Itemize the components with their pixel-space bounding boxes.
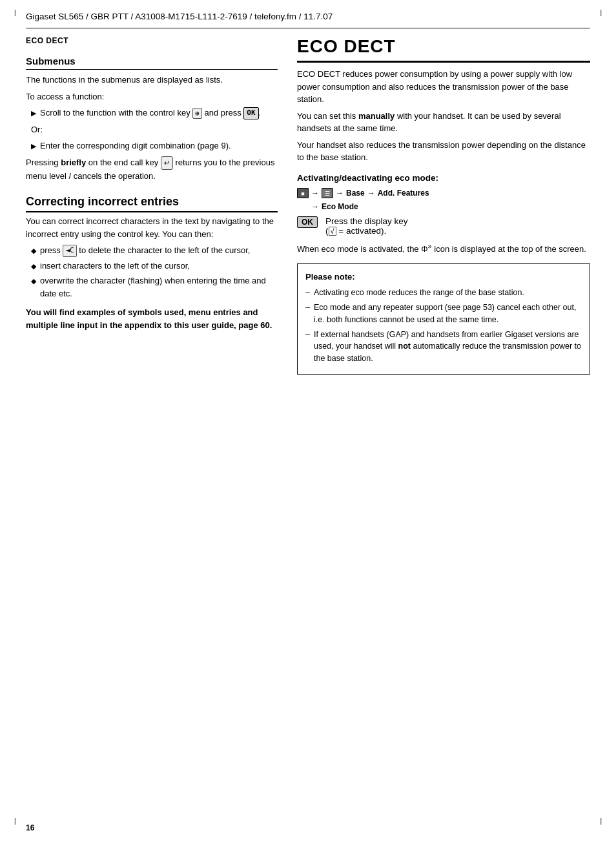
note-item-2: – Eco mode and any repeater support (see… [305, 302, 582, 326]
ic-key-badge: ◄C [63, 245, 76, 257]
bullet2-text: insert characters to the left of the cur… [40, 260, 190, 273]
left-column: ECO DECT Submenus The functions in the s… [26, 28, 278, 375]
bullet3-text: overwrite the character (flashing) when … [40, 274, 278, 300]
press-briefly-text: Pressing briefly on the end call key ↵ r… [26, 156, 278, 182]
menu-icon-box: ■ [297, 188, 309, 198]
note-text-1: Activating eco mode reduces the range of… [314, 287, 524, 299]
diamond-bullet-1: ◆ [31, 245, 36, 256]
note-text-2: Eco mode and any repeater support (see p… [314, 302, 582, 326]
eco-para3: Your handset also reduces the transmissi… [297, 139, 590, 164]
arrow-bullet-2: ▶ [31, 141, 36, 152]
diamond-item-1: ◆ press ◄C to delete the character to th… [31, 244, 278, 257]
end-call-key: ↵ [161, 156, 173, 170]
ok-key-large: OK [297, 216, 318, 228]
not-bold: not [398, 342, 411, 351]
diamond-item-2: ◆ insert characters to the left of the c… [31, 260, 278, 273]
eco-para2-start: You can set this [297, 111, 358, 121]
page-number: 16 [26, 823, 34, 832]
briefly-bold: briefly [61, 158, 86, 167]
arrow1-content: Scroll to the function with the control … [40, 107, 261, 119]
note-item-1: – Activating eco mode reduces the range … [305, 287, 582, 299]
manually-bold: manually [358, 111, 395, 121]
right-column: ECO DECT ECO DECT reduces power consumpt… [297, 28, 590, 375]
submenus-para2: To access a function: [26, 90, 278, 103]
note-text-3: If external handsets (GAP) and handsets … [314, 329, 582, 365]
control-key-badge: ⊕ [192, 108, 202, 119]
menu-arrow-3: → [367, 189, 375, 198]
eco-para2: You can set this manually with your hand… [297, 110, 590, 135]
menu-path-line2: → Eco Mode [311, 202, 590, 211]
header-text: Gigaset SL565 / GBR PTT / A31008-M1715-L… [26, 12, 333, 21]
correcting-title: Correcting incorrect entries [26, 195, 278, 212]
menu-icon-box-2: ☰ [322, 188, 333, 198]
bullet1-content: press ◄C to delete the character to the … [40, 244, 250, 257]
arrow-bullet-1: ▶ [31, 108, 36, 119]
menu-add-features: Add. Features [378, 189, 429, 198]
ok-desc1: Press the display key [325, 216, 408, 226]
phi-icon: Φ» [421, 244, 431, 254]
menu-arrow-1: → [311, 189, 319, 198]
ok-badge-1: OK [243, 107, 258, 119]
eco-icon-text-start: When eco mode is activated, the [297, 244, 419, 254]
note-dash-3: – [305, 329, 310, 341]
diamond-bullet-2: ◆ [31, 261, 36, 272]
ok-desc2: (√ = activated). [325, 226, 386, 236]
or-text: Or: [31, 123, 278, 136]
activating-heading: Activating/deactivating eco mode: [297, 173, 590, 183]
eco-icon-text-end: icon is displayed at the top of the scre… [434, 244, 586, 254]
note-item-3: – If external handsets (GAP) and handset… [305, 329, 582, 365]
corner-mark-bl: | [14, 818, 16, 825]
eco-title: ECO DECT [297, 36, 590, 63]
diamond-item-3: ◆ overwrite the character (flashing) whe… [31, 274, 278, 300]
arrow1-text: Scroll to the function with the control … [40, 108, 190, 118]
ok-description: Press the display key (√ = activated). [325, 216, 408, 236]
corner-mark-tl: | [14, 9, 16, 16]
arrow-item-2: ▶ Enter the corresponding digit combinat… [31, 139, 278, 152]
diamond-bullet-3: ◆ [31, 276, 36, 287]
correcting-para1: You can correct incorrect characters in … [26, 215, 278, 240]
menu-arrow-2: → [336, 189, 344, 198]
note-dash-2: – [305, 302, 310, 314]
section-label: ECO DECT [26, 28, 278, 49]
submenus-para1: The functions in the submenus are displa… [26, 74, 278, 87]
page-header: Gigaset SL565 / GBR PTT / A31008-M1715-L… [0, 0, 616, 28]
checkmark-badge: √ [329, 227, 336, 236]
ok-row: OK Press the display key (√ = activated)… [297, 216, 590, 236]
please-note-title: Please note: [305, 271, 582, 283]
content-area: ECO DECT Submenus The functions in the s… [0, 28, 616, 375]
arrow1-and: and press [205, 108, 244, 118]
menu-path-line1: ■ → ☰ → Base → Add. Features [297, 188, 590, 198]
arrow-item-1: ▶ Scroll to the function with the contro… [31, 107, 278, 119]
menu-arrow-4: → [311, 202, 319, 211]
submenus-title: Submenus [26, 56, 278, 70]
eco-icon-text: When eco mode is activated, the Φ» icon … [297, 241, 590, 256]
corner-mark-br: | [600, 818, 602, 825]
eco-para1: ECO DECT reduces power consumption by us… [297, 68, 590, 106]
arrow2-text: Enter the corresponding digit combinatio… [40, 139, 231, 152]
menu-base: Base [346, 189, 365, 198]
menu-eco-mode: Eco Mode [322, 202, 358, 211]
bold-note: You will find examples of symbols used, … [26, 306, 278, 331]
corner-mark-tr: | [600, 9, 602, 16]
please-note-box: Please note: – Activating eco mode reduc… [297, 263, 590, 375]
note-dash-1: – [305, 287, 310, 299]
